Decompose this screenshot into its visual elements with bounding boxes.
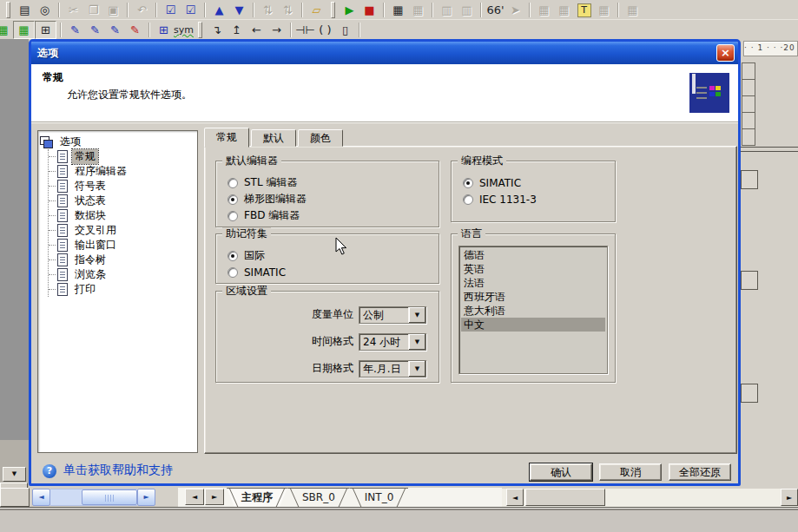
pou-scroll-right-button[interactable]: ► [205,489,224,505]
pointer-icon[interactable]: ➤ [505,2,525,18]
tree-item[interactable]: 常规 [49,149,195,164]
tree-item[interactable]: 输出窗口 [49,238,195,253]
tab[interactable]: 常规 [204,128,249,148]
print-preview-icon[interactable]: ◎ [35,2,55,18]
tree-root[interactable]: 选项 [40,135,195,149]
coil-icon[interactable]: ( ) [315,22,335,38]
tree-item[interactable]: 数据块 [49,208,195,223]
force-icon[interactable]: ▦ [534,2,554,18]
radio-option[interactable]: 梯形图编辑器 [228,191,439,207]
unforce-icon[interactable]: ▦ [554,2,574,18]
language-option[interactable]: 法语 [461,276,605,290]
language-option[interactable]: 西班牙语 [461,290,605,304]
tree-item[interactable]: 状态表 [49,194,195,208]
scrollbar-thumb[interactable] [525,489,605,506]
help-icon[interactable]: ? [43,464,56,478]
symbolic-addressing-icon[interactable]: sym [174,22,194,38]
tab[interactable]: 默认 [251,129,296,147]
trend-pause-icon[interactable]: ▥ [457,2,477,18]
tree-scroll-down-button[interactable]: ▼ [3,467,26,482]
cut-icon[interactable]: ✂ [63,2,83,18]
force-all-icon[interactable]: ▦ [594,2,614,18]
tree-item[interactable]: 程序编辑器 [49,164,195,179]
horizontal-scrollbar-right[interactable]: ◄ ► [502,489,798,507]
program-status-icon[interactable]: 66' [485,2,505,18]
scroll-left-button[interactable]: ◄ [506,489,524,506]
tree-item-label: 状态表 [72,194,109,208]
restore-all-button[interactable]: 全部还原 [669,463,731,481]
line-up-icon[interactable]: ↥ [227,22,247,38]
options-folder-icon[interactable]: ▱ [307,2,326,18]
chart-status-pause-icon[interactable]: ▦ [408,2,428,18]
trend-chart-icon[interactable]: ▥ [437,2,457,18]
copy-icon[interactable]: ❐ [83,2,103,18]
compile-all-icon[interactable]: ☑ [181,2,201,18]
radio-option[interactable]: IEC 1131-3 [463,191,615,207]
pou-tab[interactable]: INT_0 [350,488,408,507]
combo-arrow-icon[interactable]: ▼ [408,307,425,323]
dialog-titlebar[interactable]: 选项 × [31,42,738,64]
memory-icon[interactable]: ▦ [623,2,643,18]
radio-option[interactable]: FBD 编辑器 [228,207,439,224]
download-icon[interactable]: ▼ [229,2,249,18]
dropdown[interactable]: 年.月.日 ▼ [359,360,426,378]
language-option[interactable]: 中文 [461,318,605,332]
line-down-icon[interactable]: ↴ [207,22,227,38]
stop-icon[interactable]: ■ [359,2,379,18]
tree-item[interactable]: 浏览条 [49,267,195,282]
pou-scroll-left-button[interactable]: ◄ [185,489,204,505]
close-button[interactable]: × [716,44,735,62]
sort-descending-icon[interactable]: ⇅ [278,2,298,18]
run-icon[interactable]: ▶ [340,2,359,18]
radio-option[interactable]: 国际 [228,247,439,264]
view-data-icon[interactable]: ⊞ [35,21,56,39]
radio-option[interactable]: SIMATIC [463,174,615,191]
sort-ascending-icon[interactable]: ⇅ [258,2,278,18]
pou-tab[interactable]: 主程序 [227,488,287,507]
dropdown[interactable]: 公制 ▼ [359,306,426,324]
dropdown-value: 公制 [359,307,408,323]
paste-icon[interactable]: ▣ [103,2,123,18]
cancel-button[interactable]: 取消 [599,463,662,481]
scrollbar-track[interactable] [50,489,137,506]
chart-status-icon[interactable]: ▦ [388,2,408,18]
contact-icon[interactable]: ⊣⊢ [295,22,315,38]
tree-item[interactable]: 交叉引用 [49,223,195,238]
radio-option[interactable]: STL 编辑器 [228,174,439,191]
tree-item[interactable]: 符号表 [49,179,195,194]
print-icon[interactable]: ▤ [15,2,35,18]
view-component-icon[interactable]: ▦ [0,22,13,38]
tab[interactable]: 颜色 [298,129,343,147]
scrollbar-thumb[interactable] [82,489,137,505]
tree-item[interactable]: 指令树 [49,253,195,267]
pou-tab[interactable]: SBR_0 [287,488,350,507]
delete-network-icon[interactable]: ✎ [125,22,145,38]
tree-item[interactable]: 打印 [49,282,195,297]
language-option[interactable]: 意大利语 [461,304,605,318]
insert-network-icon[interactable]: ✎ [65,22,85,38]
language-option[interactable]: 德语 [461,248,605,262]
scroll-right-button[interactable]: ► [781,489,798,506]
horizontal-scrollbar-left[interactable]: ◄ ► [32,489,155,506]
upload-icon[interactable]: ▲ [209,2,229,18]
help-link[interactable]: 单击获取帮助和支持 [63,463,173,478]
view-ladder-icon[interactable]: ▦ [13,21,35,39]
language-option[interactable]: 英语 [461,262,605,276]
force-trigger-icon[interactable]: T [574,2,594,18]
radio-option[interactable]: SIMATIC [228,264,439,280]
copy-network-icon[interactable]: ✎ [85,22,105,38]
move-network-icon[interactable]: ✎ [105,22,125,38]
undo-icon[interactable]: ↶ [132,2,152,18]
line-right-icon[interactable]: → [267,22,287,38]
compile-icon[interactable]: ☑ [161,2,181,18]
dropdown[interactable]: 24 小时 ▼ [359,333,426,351]
combo-arrow-icon[interactable]: ▼ [408,334,425,350]
scroll-right-button[interactable]: ► [137,489,155,506]
symbol-table-icon[interactable]: ⊞ [154,22,174,38]
language-listbox[interactable]: 德语英语法语西班牙语意大利语中文 [458,246,608,374]
combo-arrow-icon[interactable]: ▼ [408,361,425,377]
scroll-left-button[interactable]: ◄ [32,489,50,506]
line-left-icon[interactable]: ← [247,22,267,38]
box-icon[interactable]: ▯ [335,22,355,38]
confirm-button[interactable]: 确认 [530,463,592,481]
